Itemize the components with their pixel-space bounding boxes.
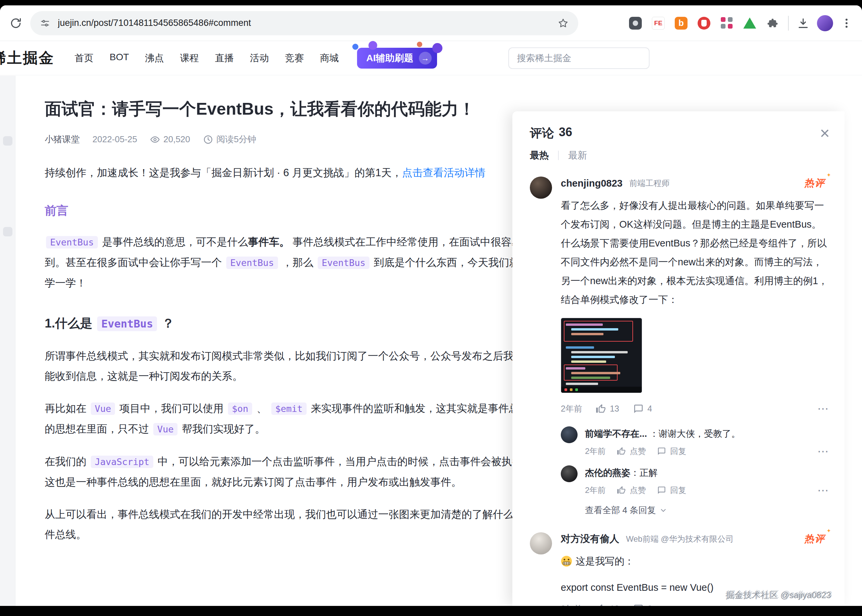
nav-item-activity[interactable]: 活动: [250, 52, 269, 64]
comments-title-label: 评论: [530, 125, 554, 141]
nav-item-home[interactable]: 首页: [75, 52, 93, 64]
comment-text: 这是我写的：: [576, 552, 634, 570]
nav-item-contest[interactable]: 竞赛: [285, 52, 304, 64]
extensions-puzzle-icon[interactable]: [765, 16, 780, 31]
ai-practice-label: AI辅助刷题: [366, 52, 413, 64]
browser-window: juejin.cn/post/7101481154565865486#comme…: [0, 5, 862, 606]
site-controls-icon[interactable]: [40, 18, 50, 28]
inline-code: $on: [228, 402, 253, 415]
section-heading-1: 1.什么是 EventBus ？: [45, 313, 539, 334]
site-logo[interactable]: 稀土掘金: [0, 48, 55, 68]
reply-list: 前端学不存在... ：谢谢大侠，受教了。 2年前 点赞: [561, 426, 830, 496]
comment-item: 对方没有偷人 Web前端 @华为技术有限公司 热评 这是我写的： export …: [530, 532, 830, 606]
main-nav: 首页 BOT 沸点 课程 直播 活动 竞赛 商城: [75, 52, 339, 64]
reply-time: 2年前: [585, 446, 606, 457]
reply-button[interactable]: 回复: [657, 446, 686, 457]
preface-heading: 前言: [45, 200, 539, 221]
url-text[interactable]: juejin.cn/post/7101481154565865486#comme…: [58, 18, 557, 28]
like-button[interactable]: 点赞: [617, 485, 646, 496]
reply-button[interactable]: 4: [633, 404, 652, 414]
toolbar-divider: [788, 16, 789, 31]
avatar[interactable]: [530, 176, 552, 199]
hot-comment-badge: 热评: [804, 532, 830, 546]
nav-item-bot[interactable]: BOT: [110, 52, 129, 64]
like-button[interactable]: 点赞: [617, 446, 646, 457]
avatar[interactable]: [561, 465, 578, 482]
extension-green-icon[interactable]: [742, 16, 757, 31]
browser-toolbar: juejin.cn/post/7101481154565865486#comme…: [0, 5, 862, 41]
more-actions-icon[interactable]: ⋯: [817, 405, 830, 412]
like-button[interactable]: 12: [596, 604, 619, 606]
like-label: 点赞: [630, 446, 646, 457]
page-content: 面试官：请手写一个EventBus，让我看看你的代码能力！ 小猪课堂 2022-…: [0, 75, 862, 606]
extension-dark-icon[interactable]: [628, 16, 643, 31]
profile-avatar[interactable]: [817, 15, 833, 31]
paragraph-3: 再比如在 Vue 项目中，我们可以使用 $on 、 $emit 来实现事件的监听…: [45, 398, 539, 440]
inline-code: Vue: [91, 402, 115, 415]
avatar[interactable]: [561, 426, 578, 443]
nav-item-course[interactable]: 课程: [180, 52, 199, 64]
text-run: 、: [253, 402, 270, 414]
nav-item-live[interactable]: 直播: [215, 52, 234, 64]
search-input[interactable]: 搜索稀土掘金: [508, 47, 650, 69]
ai-practice-button[interactable]: AI辅助刷题 →: [357, 48, 437, 69]
nav-item-shop[interactable]: 商城: [320, 52, 339, 64]
chevron-down-icon: [659, 506, 667, 514]
decor-dot: [369, 41, 377, 50]
comment-username[interactable]: 对方没有偷人: [561, 532, 619, 546]
article-body: 持续创作，加速成长！这是我参与「掘金日新计划 · 6 月更文挑战」的第1天，点击…: [45, 163, 539, 545]
article-author[interactable]: 小猪课堂: [45, 134, 80, 145]
reply-button[interactable]: 回复: [657, 485, 686, 496]
avatar[interactable]: [530, 532, 552, 555]
floating-action-button[interactable]: [3, 227, 13, 236]
reply-count: 4: [647, 404, 652, 413]
bookmark-star-icon[interactable]: [557, 17, 569, 29]
inline-code: EventBus: [97, 316, 157, 331]
reply-item: 杰伦的燕姿：正解 2年前 点赞: [561, 465, 830, 496]
tab-newest[interactable]: 最新: [568, 149, 587, 162]
address-bar[interactable]: juejin.cn/post/7101481154565865486#comme…: [30, 11, 578, 35]
view-all-replies[interactable]: 查看全部 4 条回复: [585, 504, 830, 516]
activity-link[interactable]: 点击查看活动详情: [402, 167, 485, 179]
inline-code: EventBus: [318, 256, 369, 269]
extension-grid-icon[interactable]: [719, 16, 734, 31]
reload-icon[interactable]: [9, 17, 22, 30]
extension-adblock-icon[interactable]: [697, 16, 711, 31]
reply-count: 3: [647, 604, 652, 606]
extension-b-icon[interactable]: b: [674, 16, 689, 31]
comments-count: 36: [559, 125, 572, 141]
reply-text: 前端学不存在... ：谢谢大侠，受教了。: [585, 426, 830, 441]
reply-meta: 2年前 点赞 回复: [585, 485, 830, 496]
reply-username[interactable]: 前端学不存在...: [585, 429, 647, 439]
tab-hottest[interactable]: 最热: [530, 149, 549, 162]
comment-username[interactable]: chenjing0823: [561, 178, 623, 189]
inline-code: Vue: [153, 423, 178, 435]
text-run: ，那么: [279, 256, 316, 268]
reply-content: ：正解: [630, 468, 658, 478]
view-count-group: 20,520: [150, 134, 190, 145]
text-run: 项目中，我们可以使用: [116, 402, 226, 414]
downloads-icon[interactable]: [797, 17, 810, 30]
close-icon[interactable]: ×: [820, 125, 830, 141]
comment-list: chenjing0823 前端工程师 热评 看了怎么多，好像没有人提出最核心的问…: [512, 171, 845, 606]
reply-username[interactable]: 杰伦的燕姿: [585, 468, 630, 478]
comment-user-tag: Web前端 @华为技术有限公司: [626, 534, 733, 544]
reply-label: 回复: [670, 446, 686, 457]
text-run: 再比如在: [45, 402, 89, 414]
reply-button[interactable]: 3: [633, 604, 652, 606]
floating-action-button[interactable]: [3, 136, 13, 146]
text-run: 在我们的: [45, 456, 89, 467]
reply-label: 回复: [670, 485, 686, 496]
extension-fe-icon[interactable]: FE: [651, 16, 666, 31]
comment-code-screenshot[interactable]: [561, 318, 642, 393]
comment-header: 对方没有偷人 Web前端 @华为技术有限公司 热评: [561, 532, 830, 546]
comment-body: 这是我写的：: [561, 552, 830, 570]
more-actions-icon[interactable]: ⋯: [817, 487, 830, 493]
like-button[interactable]: 13: [596, 404, 619, 414]
comment-meta: 2年前 12 3 ⋯: [561, 603, 830, 606]
more-actions-icon[interactable]: ⋯: [817, 448, 830, 454]
nav-item-pins[interactable]: 沸点: [145, 52, 164, 64]
browser-menu-icon[interactable]: [840, 17, 853, 29]
more-actions-icon[interactable]: ⋯: [817, 605, 830, 606]
comment-time: 2年前: [561, 603, 582, 606]
